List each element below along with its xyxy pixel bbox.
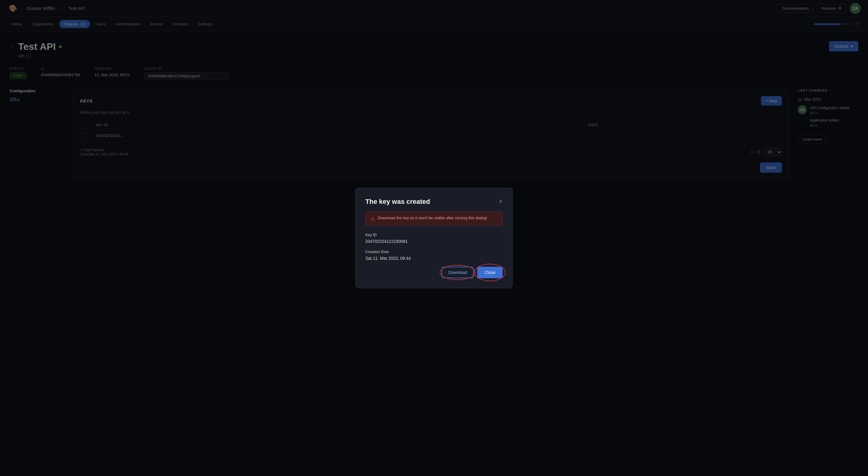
warning-icon: ⚠ bbox=[371, 216, 375, 222]
modal-creation-date-label: Creation Date bbox=[365, 250, 503, 254]
modal-dialog: The key was created ∧ ⚠ Download the key… bbox=[355, 188, 513, 288]
modal-creation-date-field: Creation Date Sat 11. Mar 2023, 09:44 bbox=[365, 250, 503, 261]
close-button[interactable]: Close bbox=[477, 267, 503, 278]
modal-overlay: The key was created ∧ ⚠ Download the key… bbox=[0, 0, 868, 476]
modal-key-id-field: Key ID 204702324122190081 bbox=[365, 233, 503, 244]
modal-creation-date-value: Sat 11. Mar 2023, 09:44 bbox=[365, 256, 503, 261]
modal-key-id-label: Key ID bbox=[365, 233, 503, 237]
download-button[interactable]: Download bbox=[441, 267, 474, 278]
modal-warning: ⚠ Download the key as it won't be visibl… bbox=[365, 212, 503, 226]
modal-actions: Download Close bbox=[365, 267, 503, 278]
modal-title: The key was created bbox=[365, 198, 503, 205]
modal-collapse-icon[interactable]: ∧ bbox=[499, 198, 503, 204]
modal-key-id-value: 204702324122190081 bbox=[365, 239, 503, 244]
